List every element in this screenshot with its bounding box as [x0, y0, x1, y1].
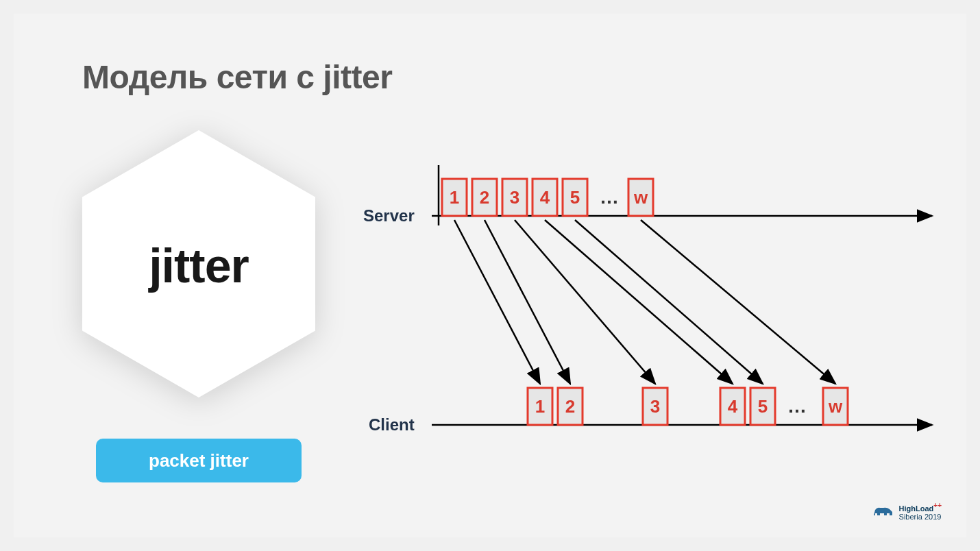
svg-text:1: 1 — [535, 396, 545, 417]
svg-text:5: 5 — [570, 187, 580, 208]
svg-text:1: 1 — [450, 187, 459, 208]
bear-icon — [872, 504, 895, 518]
footer-plus: ++ — [933, 502, 942, 509]
svg-text:4: 4 — [728, 396, 738, 417]
network-jitter-diagram: ServerClient12345…w12345…w — [343, 151, 946, 445]
svg-text:2: 2 — [480, 187, 489, 208]
hexagon-container: jitter — [82, 130, 315, 397]
svg-text:Server: Server — [363, 206, 415, 225]
svg-line-34 — [515, 220, 655, 384]
svg-text:3: 3 — [650, 396, 660, 417]
hexagon-label: jitter — [149, 238, 249, 293]
svg-text:2: 2 — [565, 396, 575, 417]
svg-text:Client: Client — [369, 415, 415, 434]
svg-line-35 — [545, 220, 733, 384]
slide-title: Модель сети с jitter — [82, 58, 392, 96]
svg-text:w: w — [633, 187, 648, 208]
footer-branding: HighLoad++ Siberia 2019 — [872, 502, 942, 521]
svg-text:5: 5 — [758, 396, 768, 417]
footer-brand: HighLoad — [899, 504, 934, 513]
packet-jitter-badge: packet jitter — [96, 439, 302, 482]
svg-text:4: 4 — [540, 187, 550, 208]
svg-text:…: … — [787, 395, 807, 417]
footer-sub: Siberia 2019 — [899, 513, 942, 521]
svg-text:w: w — [828, 396, 843, 417]
svg-text:…: … — [600, 186, 619, 208]
svg-text:3: 3 — [510, 187, 519, 208]
